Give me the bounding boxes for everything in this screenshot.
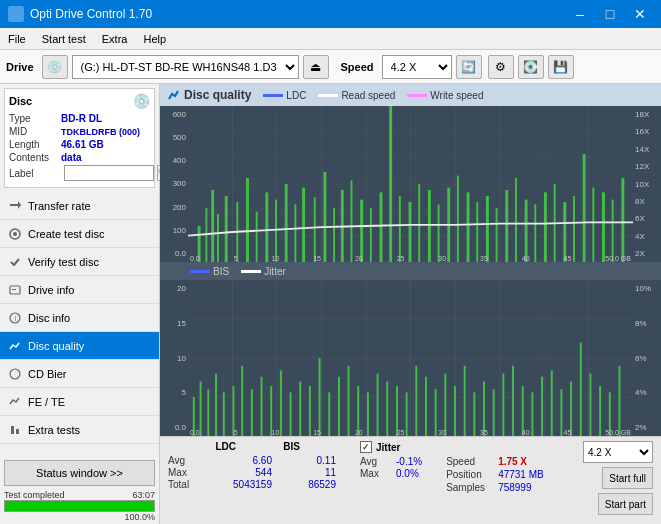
svg-rect-31	[225, 196, 228, 262]
minimize-button[interactable]: –	[567, 4, 593, 24]
nav-label-verify-test-disc: Verify test disc	[28, 256, 99, 268]
svg-rect-58	[486, 196, 489, 262]
svg-rect-51	[418, 184, 420, 262]
svg-rect-48	[389, 106, 392, 262]
main-area: Disc 💿 Type BD-R DL MID TDKBLDRFB (000) …	[0, 84, 661, 524]
legend-jitter-label: Jitter	[264, 266, 286, 277]
svg-rect-114	[444, 374, 446, 436]
close-button[interactable]: ✕	[627, 4, 653, 24]
legend-read-speed-color	[318, 94, 338, 97]
menu-file[interactable]: File	[0, 28, 34, 49]
svg-rect-36	[275, 200, 277, 262]
svg-rect-101	[319, 358, 321, 436]
nav-drive-info[interactable]: Drive info	[0, 276, 159, 304]
disc-btn[interactable]: 💽	[518, 55, 544, 79]
jitter-avg: -0.1%	[396, 456, 422, 467]
titlebar: Opti Drive Control 1.70 – □ ✕	[0, 0, 661, 28]
nav-disc-info[interactable]: i Disc info	[0, 304, 159, 332]
menu-extra[interactable]: Extra	[94, 28, 136, 49]
save-btn[interactable]: 💾	[548, 55, 574, 79]
svg-rect-72	[621, 178, 624, 262]
svg-rect-37	[285, 184, 288, 262]
y-right-2pct: 2%	[635, 423, 659, 432]
stats-bar: LDC BIS Avg 6.60 0.11 Max 544 11 Total	[160, 436, 661, 524]
svg-rect-56	[467, 192, 470, 262]
legend-write-speed-color	[407, 94, 427, 97]
nav-extra-tests[interactable]: Extra tests	[0, 416, 159, 444]
y-right-6pct: 6%	[635, 354, 659, 363]
svg-rect-104	[348, 366, 350, 436]
svg-rect-103	[338, 377, 340, 436]
svg-rect-120	[502, 374, 504, 436]
nav-transfer-rate[interactable]: Transfer rate	[0, 192, 159, 220]
avg-ldc: 6.60	[204, 455, 272, 466]
nav-label-fe-te: FE / TE	[28, 396, 65, 408]
svg-rect-63	[534, 204, 536, 262]
top-y-axis-right: 18X 16X 14X 12X 10X 8X 6X 4X 2X	[633, 106, 661, 262]
nav-fe-te[interactable]: FE / TE	[0, 388, 159, 416]
legend-ldc-label: LDC	[286, 90, 306, 101]
nav-label-cd-bier: CD Bier	[28, 368, 67, 380]
legend-write-speed: Write speed	[407, 90, 483, 101]
bottom-chart: 20 15 10 5 0.0	[160, 280, 661, 436]
jitter-max: 0.0%	[396, 468, 419, 479]
samples-label: Samples	[446, 482, 494, 493]
settings-btn[interactable]: ⚙	[488, 55, 514, 79]
nav-cd-bier[interactable]: CD Bier	[0, 360, 159, 388]
y-label-20: 20	[162, 284, 186, 293]
jitter-checkbox[interactable]: ✓	[360, 441, 372, 453]
nav-items: Transfer rate Create test disc Verify te…	[0, 192, 159, 456]
svg-rect-125	[551, 370, 553, 436]
y-right-16x: 16X	[635, 127, 659, 136]
cd-bier-icon	[8, 367, 22, 381]
svg-rect-9	[11, 426, 14, 434]
progress-area: Test completed 63:07 100.0%	[4, 490, 155, 522]
window-controls: – □ ✕	[567, 4, 653, 24]
bis-header: BIS	[240, 441, 300, 452]
svg-rect-5	[12, 289, 16, 290]
svg-rect-41	[323, 172, 326, 262]
bottom-chart-svg-container: 0.0 5 10 15 20 25 30 35 40 45 50.0 GB	[188, 280, 633, 436]
svg-rect-121	[512, 366, 514, 436]
total-bis: 86529	[276, 479, 336, 490]
legend-read-speed: Read speed	[318, 90, 395, 101]
y-label-400: 400	[162, 156, 186, 165]
progress-fill	[5, 501, 154, 511]
svg-rect-29	[211, 190, 214, 262]
avg-jitter-label: Avg	[360, 456, 392, 467]
start-part-button[interactable]: Start part	[598, 493, 653, 515]
start-full-button[interactable]: Start full	[602, 467, 653, 489]
y-label-600: 600	[162, 110, 186, 119]
svg-rect-99	[299, 381, 301, 436]
nav-create-test-disc[interactable]: Create test disc	[0, 220, 159, 248]
speed-dropdown[interactable]: 4.2 X	[583, 441, 653, 463]
drive-label: Drive	[6, 61, 34, 73]
total-label: Total	[168, 479, 200, 490]
disc-info-icon: i	[8, 311, 22, 325]
drive-select[interactable]: (G:) HL-DT-ST BD-RE WH16NS48 1.D3	[72, 55, 299, 79]
nav-disc-quality[interactable]: Disc quality	[0, 332, 159, 360]
eject-btn[interactable]: ⏏	[303, 55, 329, 79]
refresh-btn[interactable]: 🔄	[456, 55, 482, 79]
speed-stat-label: Speed	[446, 456, 494, 467]
speed-stat-value: 1.75 X	[498, 456, 527, 467]
y-right-2x: 2X	[635, 249, 659, 258]
menu-help[interactable]: Help	[135, 28, 174, 49]
svg-rect-107	[377, 374, 379, 436]
nav-verify-test-disc[interactable]: Verify test disc	[0, 248, 159, 276]
svg-rect-95	[261, 377, 263, 436]
y-label-200: 200	[162, 203, 186, 212]
maximize-button[interactable]: □	[597, 4, 623, 24]
menu-start-test[interactable]: Start test	[34, 28, 94, 49]
label-input[interactable]	[64, 165, 154, 181]
max-ldc: 544	[204, 467, 272, 478]
speed-select[interactable]: 4.2 X	[382, 55, 452, 79]
legend-bis-label: BIS	[213, 266, 229, 277]
status-window-btn[interactable]: Status window >>	[4, 460, 155, 486]
svg-rect-50	[409, 202, 412, 262]
legend-ldc-color	[263, 94, 283, 97]
svg-rect-112	[425, 377, 427, 436]
disc-panel-title: Disc	[9, 95, 32, 107]
drive-icon-btn[interactable]: 💿	[42, 55, 68, 79]
legend-jitter: Jitter	[241, 266, 286, 277]
